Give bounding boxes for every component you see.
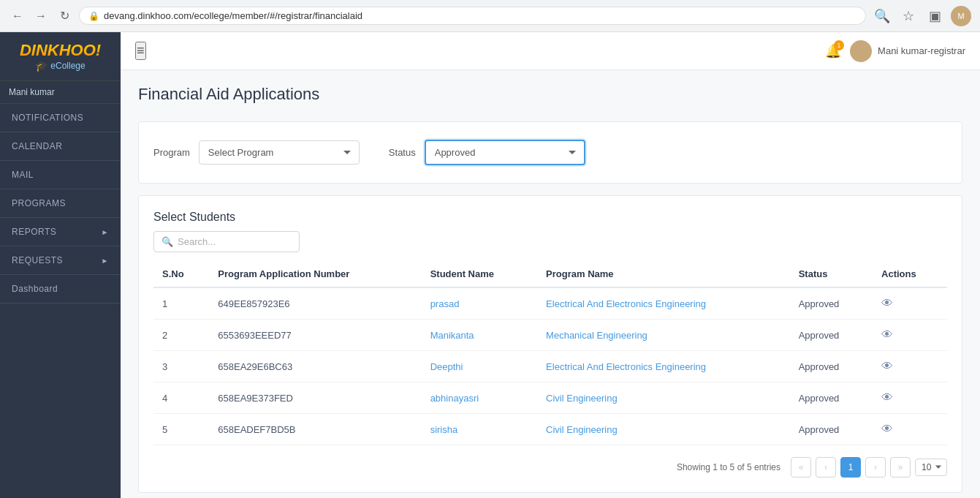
cell-student-name[interactable]: prasad xyxy=(422,287,537,320)
table-row: 1 649EE857923E6 prasad Electrical And El… xyxy=(153,287,947,320)
cell-sno: 4 xyxy=(153,382,209,414)
sidebar-item-programs-label: PROGRAMS xyxy=(12,198,66,208)
main-content: ≡ 🔔 1 Mani kumar-registrar Financial Aid… xyxy=(121,32,980,498)
filter-section: Program Select Program Status Approved xyxy=(138,121,962,184)
last-page-button[interactable]: » xyxy=(890,457,911,478)
browser-user-avatar[interactable]: M xyxy=(951,6,971,26)
table-body: 1 649EE857923E6 prasad Electrical And El… xyxy=(153,287,947,445)
cell-student-name[interactable]: abhinayasri xyxy=(422,382,537,414)
table-row: 5 658EADEF7BD5B sirisha Civil Engineerin… xyxy=(153,414,947,445)
cell-program-name[interactable]: Civil Engineering xyxy=(537,382,790,414)
first-page-button[interactable]: « xyxy=(791,457,811,478)
search-box[interactable]: 🔍 xyxy=(153,231,300,252)
cell-actions: 👁 xyxy=(873,320,947,351)
cell-student-name[interactable]: sirisha xyxy=(422,414,537,445)
cell-status: Approved xyxy=(790,414,873,445)
program-select[interactable]: Select Program xyxy=(199,140,360,165)
top-right: 🔔 1 Mani kumar-registrar xyxy=(825,40,965,62)
chevron-right-icon-requests: ► xyxy=(102,257,109,265)
col-header-program-name: Program Name xyxy=(537,261,790,287)
cell-program-name[interactable]: Civil Engineering xyxy=(537,414,790,445)
sidebar-item-mail[interactable]: MAIL xyxy=(0,161,121,189)
pagination: Showing 1 to 5 of 5 entries « ‹ 1 › » 10 xyxy=(153,457,947,478)
lock-icon: 🔒 xyxy=(88,11,99,21)
cell-app-num: 658EA9E373FED xyxy=(209,382,421,414)
current-page-button[interactable]: 1 xyxy=(840,457,861,478)
students-header: Select Students 🔍 xyxy=(153,211,947,252)
program-label: Program xyxy=(153,147,190,158)
sidebar: DINKHOO! 🎓 eCollege Mani kumar NOTIFICAT… xyxy=(0,32,121,498)
view-icon[interactable]: 👁 xyxy=(881,297,893,309)
browser-chrome: ← → ↻ 🔒 devang.dinkhoo.com/ecollege/memb… xyxy=(0,0,980,32)
view-icon[interactable]: 👁 xyxy=(881,391,893,404)
address-bar[interactable]: 🔒 devang.dinkhoo.com/ecollege/member/#/r… xyxy=(79,7,866,25)
cell-program-name[interactable]: Mechanical Engineering xyxy=(537,320,790,351)
search-browser-button[interactable]: 🔍 xyxy=(872,6,892,26)
cell-program-name[interactable]: Electrical And Electronics Engineering xyxy=(537,351,790,382)
program-filter-group: Program Select Program xyxy=(153,140,360,165)
sidebar-item-calendar-label: CALENDAR xyxy=(12,141,62,151)
table-row: 3 658EA29E6BC63 Deepthi Electrical And E… xyxy=(153,351,947,382)
sidebar-item-programs[interactable]: PROGRAMS xyxy=(0,189,121,218)
cell-actions: 👁 xyxy=(873,414,947,445)
view-icon[interactable]: 👁 xyxy=(881,423,893,435)
table-row: 2 6553693EEED77 Manikanta Mechanical Eng… xyxy=(153,320,947,351)
col-header-student-name: Student Name xyxy=(422,261,537,287)
sidebar-item-reports-label: REPORTS xyxy=(12,227,56,237)
top-user-avatar xyxy=(850,40,872,62)
hamburger-menu[interactable]: ≡ xyxy=(135,42,146,60)
page-title: Financial Aid Applications xyxy=(138,85,962,104)
forward-button[interactable]: → xyxy=(32,7,50,25)
cell-status: Approved xyxy=(790,351,873,382)
cell-app-num: 649EE857923E6 xyxy=(209,287,421,320)
cell-actions: 👁 xyxy=(873,382,947,414)
col-header-sno: S.No xyxy=(153,261,209,287)
cell-app-num: 658EADEF7BD5B xyxy=(209,414,421,445)
sidebar-item-dashboard[interactable]: Dashboard xyxy=(0,275,121,303)
cell-student-name[interactable]: Deepthi xyxy=(422,351,537,382)
next-page-button[interactable]: › xyxy=(865,457,886,478)
view-icon[interactable]: 👁 xyxy=(881,360,893,372)
extension-button[interactable]: ▣ xyxy=(924,6,945,26)
sidebar-navigation: NOTIFICATIONS CALENDAR MAIL PROGRAMS REP… xyxy=(0,104,121,498)
view-icon[interactable]: 👁 xyxy=(881,328,893,341)
app-layout: DINKHOO! 🎓 eCollege Mani kumar NOTIFICAT… xyxy=(0,32,980,498)
cell-app-num: 658EA29E6BC63 xyxy=(209,351,421,382)
cell-status: Approved xyxy=(790,287,873,320)
status-filter-group: Status Approved xyxy=(389,140,585,165)
top-user-name: Mani kumar-registrar xyxy=(878,45,965,56)
search-icon: 🔍 xyxy=(162,236,173,247)
logo-sub: 🎓 eCollege xyxy=(35,60,85,72)
browser-action-buttons: 🔍 ☆ ▣ M xyxy=(872,6,971,26)
sidebar-item-reports[interactable]: REPORTS ► xyxy=(0,218,121,246)
col-header-status: Status xyxy=(790,261,873,287)
sidebar-item-mail-label: MAIL xyxy=(12,170,34,180)
status-label: Status xyxy=(389,147,416,158)
bookmark-button[interactable]: ☆ xyxy=(898,6,919,26)
status-select[interactable]: Approved xyxy=(425,140,585,165)
reload-button[interactable]: ↻ xyxy=(56,7,73,25)
url-text: devang.dinkhoo.com/ecollege/member/#/reg… xyxy=(104,10,856,21)
per-page-select[interactable]: 10 xyxy=(915,459,947,476)
prev-page-button[interactable]: ‹ xyxy=(816,457,836,478)
top-user-info: Mani kumar-registrar xyxy=(850,40,965,62)
notification-bell[interactable]: 🔔 1 xyxy=(825,43,841,59)
cell-status: Approved xyxy=(790,382,873,414)
students-section: Select Students 🔍 S.No Program Applicati… xyxy=(138,195,962,493)
back-button[interactable]: ← xyxy=(9,7,26,25)
col-header-actions: Actions xyxy=(873,261,947,287)
sidebar-item-notifications[interactable]: NOTIFICATIONS xyxy=(0,104,121,132)
chevron-right-icon: ► xyxy=(102,228,109,236)
cell-student-name[interactable]: Manikanta xyxy=(422,320,537,351)
cell-program-name[interactable]: Electrical And Electronics Engineering xyxy=(537,287,790,320)
sidebar-user-name: Mani kumar xyxy=(0,81,121,104)
sidebar-item-notifications-label: NOTIFICATIONS xyxy=(12,113,83,123)
notification-badge: 1 xyxy=(834,40,844,50)
cell-sno: 5 xyxy=(153,414,209,445)
cell-status: Approved xyxy=(790,320,873,351)
cell-actions: 👁 xyxy=(873,287,947,320)
search-input[interactable] xyxy=(178,236,292,247)
sidebar-item-requests[interactable]: REQUESTS ► xyxy=(0,246,121,275)
sidebar-item-calendar[interactable]: CALENDAR xyxy=(0,132,121,161)
graduation-icon: 🎓 xyxy=(35,60,48,72)
